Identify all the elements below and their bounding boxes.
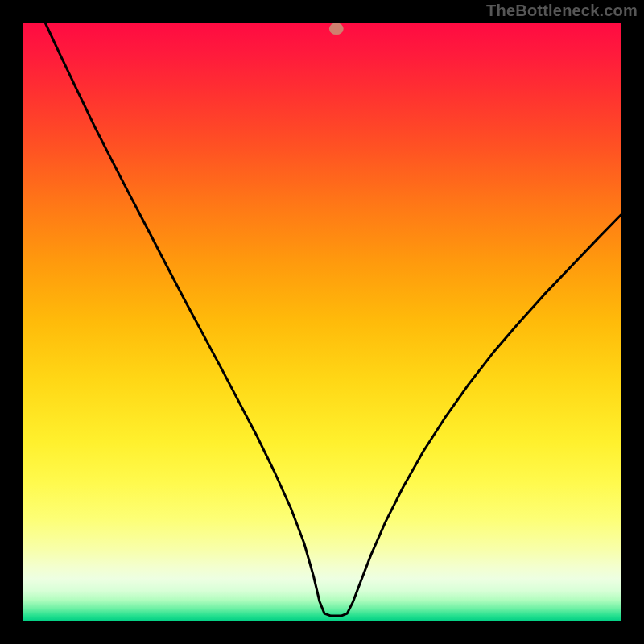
bottleneck-chart	[0, 0, 644, 644]
watermark-text: TheBottleneck.com	[486, 2, 638, 20]
optimal-point-marker	[329, 23, 344, 35]
plot-background-gradient	[23, 23, 621, 621]
chart-frame: { "watermark": "TheBottleneck.com", "plo…	[0, 0, 644, 644]
